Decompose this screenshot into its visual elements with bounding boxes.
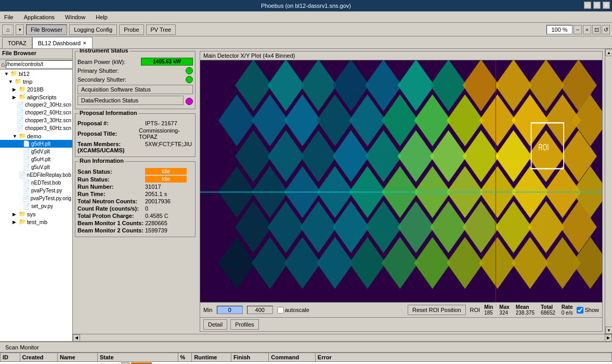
beam-monitor2-row: Beam Monitor 2 Counts: 1599739 <box>77 227 193 233</box>
filebrowser-button[interactable]: File Browser <box>26 24 67 35</box>
home-button[interactable]: ⌂ <box>2 24 14 35</box>
proposal-num-label: Proposal #: <box>77 120 145 126</box>
cell-command: - end - <box>269 362 315 365</box>
primary-shutter-indicator <box>186 67 193 74</box>
detector-canvas[interactable]: ROI <box>200 60 602 302</box>
back-button[interactable]: ▾ <box>16 24 24 35</box>
tab-bl12dashboard[interactable]: BL12 Dashboard ✕ <box>32 37 93 48</box>
path-input[interactable] <box>6 60 73 69</box>
tree-item-demo[interactable]: ▼ 📁demo <box>0 132 72 140</box>
content-panel: Instrument Status Beam Power (kW): 1405.… <box>73 49 612 341</box>
top-content: Instrument Status Beam Power (kW): 1405.… <box>73 49 612 334</box>
tree-item-chopper2-30[interactable]: 📄chopper2_30Hz.scn <box>0 101 72 109</box>
data-reduction-button[interactable]: Data/Reduction Status <box>77 96 184 105</box>
maximize-button[interactable]: □ <box>593 2 601 9</box>
run-info-title: Run Information <box>79 158 125 164</box>
total-neutron-label: Total Neutron Counts: <box>77 198 145 204</box>
run-number-label: Run Number: <box>77 184 145 190</box>
tree-item-setpv[interactable]: 📄set_pv.py <box>0 202 72 210</box>
zoom-fit-button[interactable]: ⊡ <box>592 25 601 34</box>
min-input[interactable] <box>217 306 243 314</box>
menu-help[interactable]: Help <box>94 13 110 21</box>
primary-shutter-label: Primary Shutter: <box>77 68 119 74</box>
pvtree-button[interactable]: PV Tree <box>146 24 176 35</box>
tree-item-alignscripts[interactable]: ▶ 📁alignScripts <box>0 93 72 101</box>
run-number-row: Run Number: 31017 <box>77 184 193 190</box>
tab-close-icon[interactable]: ✕ <box>83 41 87 46</box>
beam-monitor2-label: Beam Monitor 2 Counts: <box>77 227 145 233</box>
tree-toggle[interactable]: ▼ <box>8 79 14 84</box>
detector-svg: ROI <box>200 60 602 302</box>
tree-item-g5uv[interactable]: 📄g5uV.plt <box>0 163 72 171</box>
zoom-out-button[interactable]: − <box>574 25 582 34</box>
beam-monitor1-row: Beam Monitor 1 Counts: 2280665 <box>77 220 193 226</box>
tree-item-nedfr[interactable]: 📄nEDFileReplay.bob <box>0 171 72 179</box>
tree-item-pvapytest[interactable]: 📄pvaPyTest.py <box>0 187 72 194</box>
tree-item-testmb[interactable]: ▶ 📁test_mb <box>0 218 72 226</box>
zoom-control: − + ⊡ ↺ <box>546 25 610 34</box>
filebrowser-path: ⌂ ↻ <box>0 59 72 70</box>
profiles-button[interactable]: Profiles <box>230 319 259 330</box>
tree-toggle[interactable]: ▶ <box>12 219 18 225</box>
scan-table: ID Created Name State % Runtime Finish C… <box>0 353 612 364</box>
scroll-down-button[interactable]: ▼ <box>605 327 612 334</box>
tree-item-chopper3-60[interactable]: 📄chopper3_60Hz.scn <box>0 124 72 132</box>
instrument-status-group: Instrument Status Beam Power (kW): 1405.… <box>75 51 196 109</box>
tab-topaz[interactable]: TOPAZ <box>2 37 32 48</box>
tree-toggle[interactable]: ▼ <box>12 134 18 139</box>
scan-status-label: Scan Status: <box>77 168 145 175</box>
detector-buttons-row: Detail Profiles <box>200 317 602 331</box>
tree-item-g5uh[interactable]: 📄g5uH.plt <box>0 155 72 163</box>
horizontal-scrollbar[interactable]: ◀ ▶ <box>73 334 612 341</box>
vertical-scrollbar[interactable]: ▲ ▼ <box>605 49 612 334</box>
cell-runtime: 02:04:30 <box>192 362 231 365</box>
scroll-up-button[interactable]: ▲ <box>605 49 612 56</box>
total-neutron-row: Total Neutron Counts: 20017936 <box>77 198 193 204</box>
primary-shutter-row: Primary Shutter: <box>77 67 193 74</box>
menu-window[interactable]: Window <box>63 13 87 21</box>
tree-item-g5dh[interactable]: 📄g5dH.plt <box>0 140 72 148</box>
max-input[interactable] <box>247 306 273 314</box>
reset-roi-button[interactable]: Reset ROI Position <box>408 305 466 315</box>
run-time-value: 2051.1 s <box>145 191 167 197</box>
tree-item-pvapytest-orig[interactable]: 📄pvaPyTest.py.orig <box>0 194 72 202</box>
scan-monitor-tab[interactable]: Scan Monitor <box>0 342 612 353</box>
scroll-right-button[interactable]: ▶ <box>605 334 612 342</box>
detail-button[interactable]: Detail <box>203 319 227 330</box>
scroll-left-button[interactable]: ◀ <box>73 334 80 342</box>
tree-item-tmp[interactable]: ▼ 📁tmp <box>0 77 72 85</box>
probe-button[interactable]: Probe <box>119 24 144 35</box>
home-icon[interactable]: ⌂ <box>1 61 5 68</box>
tree-item-chopper3-30[interactable]: 📄chopper3_30Hz.scn <box>0 116 72 124</box>
zoom-input[interactable] <box>546 25 572 34</box>
tree-item-nedtest[interactable]: 📄nEDTest.bob <box>0 179 72 187</box>
acq-software-button[interactable]: Acquisition Software Status <box>77 85 193 94</box>
run-info-group: Run Information Scan Status: Idle Run St… <box>75 161 196 237</box>
scan-table-wrapper: ID Created Name State % Runtime Finish C… <box>0 353 612 364</box>
tree-item-2018b[interactable]: ▶ 📁2018B <box>0 85 72 93</box>
scroll-track[interactable] <box>605 56 612 327</box>
tree-item-g5dv[interactable]: 📄g5dV.plt <box>0 148 72 155</box>
run-time-label: Run Time: <box>77 191 145 197</box>
autoscale-checkbox[interactable] <box>277 307 284 314</box>
proposal-num-value: IPTS- 21677 <box>145 120 177 126</box>
tree-toggle[interactable]: ▶ <box>12 95 18 100</box>
zoom-reset-button[interactable]: ↺ <box>602 25 610 34</box>
col-command: Command <box>269 353 315 362</box>
titlebar: Phoebus (on bl12-dassrv1.sns.gov) ─ □ ✕ <box>0 0 612 11</box>
tree-item-chopper2-60[interactable]: 📄chopper2_60Hz.scn <box>0 109 72 116</box>
tree-item-sys[interactable]: ▶ 📁sys <box>0 210 72 218</box>
show-checkbox[interactable] <box>577 307 583 314</box>
minimize-button[interactable]: ─ <box>584 2 591 9</box>
loggingconfig-button[interactable]: Logging Config <box>69 24 117 35</box>
close-button[interactable]: ✕ <box>603 2 610 9</box>
tabbar: TOPAZ BL12 Dashboard ✕ <box>0 36 612 49</box>
tree-toggle[interactable]: ▶ <box>12 87 18 92</box>
tree-toggle[interactable]: ▶ <box>12 212 18 217</box>
zoom-in-button[interactable]: + <box>583 25 591 34</box>
roi-label: ROI <box>470 307 480 313</box>
menu-applications[interactable]: Applications <box>22 13 57 21</box>
tree-toggle[interactable]: ▼ <box>4 71 9 76</box>
tree-item-bl12[interactable]: ▼ 📁bl12 <box>0 70 72 77</box>
menu-file[interactable]: File <box>2 13 16 21</box>
